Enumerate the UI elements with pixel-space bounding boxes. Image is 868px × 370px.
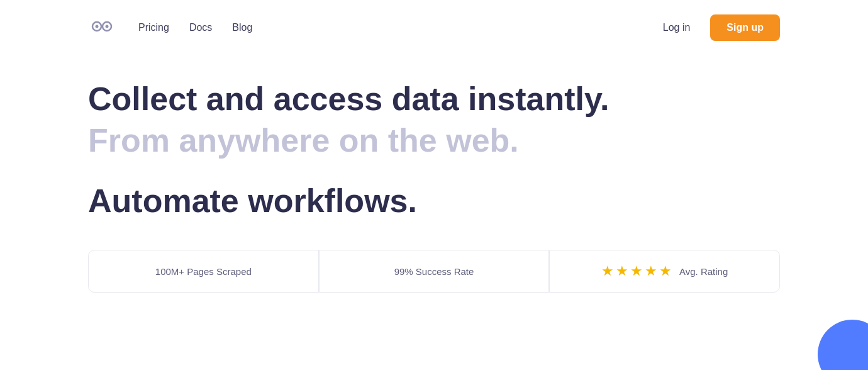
- blue-circle-decoration: [818, 320, 868, 370]
- stat-pages-scraped: 100M+ Pages Scraped: [88, 250, 319, 293]
- nav-links: Pricing Docs Blog: [138, 22, 252, 33]
- hero-section: Collect and access data instantly. From …: [0, 55, 868, 220]
- signup-button[interactable]: Sign up: [710, 14, 780, 41]
- star-3: ★: [630, 263, 643, 279]
- hero-line2: From anywhere on the web.: [88, 122, 780, 160]
- nav-right: Log in Sign up: [653, 14, 780, 41]
- hero-line3: Automate workflows.: [88, 182, 780, 220]
- nav-link-pricing[interactable]: Pricing: [138, 22, 169, 33]
- star-rating: ★ ★ ★ ★ ★: [601, 263, 672, 279]
- stats-row: 100M+ Pages Scraped 99% Success Rate ★ ★…: [88, 250, 780, 293]
- star-2: ★: [616, 263, 628, 279]
- nav-left: Pricing Docs Blog: [88, 13, 252, 43]
- stat-success-rate-text: 99% Success Rate: [394, 266, 474, 277]
- stat-pages-scraped-text: 100M+ Pages Scraped: [155, 266, 252, 277]
- login-button[interactable]: Log in: [653, 16, 701, 40]
- svg-point-3: [106, 25, 109, 28]
- hero-line1: Collect and access data instantly.: [88, 81, 780, 118]
- stat-avg-rating-text: Avg. Rating: [679, 266, 728, 277]
- stat-avg-rating: ★ ★ ★ ★ ★ Avg. Rating: [549, 250, 780, 293]
- stat-success-rate: 99% Success Rate: [319, 250, 550, 293]
- nav-link-blog[interactable]: Blog: [232, 22, 252, 33]
- nav-link-docs[interactable]: Docs: [189, 22, 212, 33]
- star-1: ★: [601, 263, 614, 279]
- logo[interactable]: [88, 13, 116, 43]
- navbar: Pricing Docs Blog Log in Sign up: [0, 0, 868, 55]
- star-4: ★: [645, 263, 657, 279]
- star-5: ★: [659, 263, 672, 279]
- svg-point-2: [96, 25, 99, 28]
